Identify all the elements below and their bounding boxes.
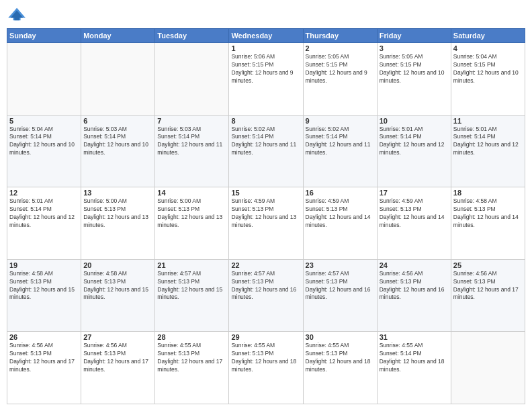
day-info: Sunrise: 4:55 AM Sunset: 5:13 PM Dayligh… [157,342,226,374]
day-info: Sunrise: 5:02 AM Sunset: 5:14 PM Dayligh… [231,126,300,158]
day-info: Sunrise: 5:00 AM Sunset: 5:13 PM Dayligh… [157,197,226,230]
calendar-cell [7,43,81,116]
day-info: Sunrise: 5:01 AM Sunset: 5:14 PM Dayligh… [9,197,79,230]
day-info: Sunrise: 5:04 AM Sunset: 5:15 PM Dayligh… [453,53,523,85]
calendar-cell: 26 Sunrise: 4:56 AM Sunset: 5:13 PM Dayl… [7,332,81,404]
calendar-cell: 18 Sunrise: 4:58 AM Sunset: 5:13 PM Dayl… [451,187,525,260]
calendar-cell: 19 Sunrise: 4:58 AM Sunset: 5:13 PM Dayl… [7,259,81,332]
day-number: 12 [9,189,79,197]
weekday-header-row: SundayMondayTuesdayWednesdayThursdayFrid… [7,29,525,43]
day-number: 11 [453,117,523,125]
day-info: Sunrise: 4:56 AM Sunset: 5:13 PM Dayligh… [83,342,152,374]
logo-icon [8,7,27,21]
day-number: 3 [380,44,449,52]
day-info: Sunrise: 4:56 AM Sunset: 5:13 PM Dayligh… [453,270,523,302]
calendar-table: SundayMondayTuesdayWednesdayThursdayFrid… [7,28,525,404]
day-number: 15 [231,189,300,197]
calendar-cell: 1 Sunrise: 5:06 AM Sunset: 5:15 PM Dayli… [229,43,303,116]
calendar-cell: 17 Sunrise: 4:59 AM Sunset: 5:13 PM Dayl… [377,187,451,260]
calendar-cell [451,332,525,404]
week-row-3: 12 Sunrise: 5:01 AM Sunset: 5:14 PM Dayl… [7,187,525,260]
day-number: 18 [453,189,523,197]
day-info: Sunrise: 5:01 AM Sunset: 5:14 PM Dayligh… [453,126,523,158]
calendar-cell [81,43,155,116]
calendar-cell: 30 Sunrise: 4:55 AM Sunset: 5:13 PM Dayl… [303,332,377,404]
calendar-cell: 5 Sunrise: 5:04 AM Sunset: 5:14 PM Dayli… [7,115,81,187]
calendar-cell: 3 Sunrise: 5:05 AM Sunset: 5:15 PM Dayli… [377,43,451,116]
calendar-cell: 28 Sunrise: 4:55 AM Sunset: 5:13 PM Dayl… [155,332,229,404]
calendar-cell: 24 Sunrise: 4:56 AM Sunset: 5:13 PM Dayl… [377,259,451,332]
calendar-cell [155,43,229,116]
calendar-cell: 20 Sunrise: 4:58 AM Sunset: 5:13 PM Dayl… [81,259,155,332]
header [7,7,525,24]
week-row-5: 26 Sunrise: 4:56 AM Sunset: 5:13 PM Dayl… [7,332,525,404]
calendar-cell: 27 Sunrise: 4:56 AM Sunset: 5:13 PM Dayl… [81,332,155,404]
day-info: Sunrise: 4:58 AM Sunset: 5:13 PM Dayligh… [83,270,152,302]
day-number: 17 [380,189,449,197]
calendar-cell: 12 Sunrise: 5:01 AM Sunset: 5:14 PM Dayl… [7,187,81,260]
day-number: 4 [453,44,523,52]
day-info: Sunrise: 4:55 AM Sunset: 5:13 PM Dayligh… [306,342,375,374]
day-number: 7 [157,117,226,125]
day-number: 24 [380,261,449,269]
day-number: 21 [157,261,226,269]
calendar-cell: 29 Sunrise: 4:55 AM Sunset: 5:13 PM Dayl… [229,332,303,404]
day-number: 8 [231,117,300,125]
calendar-cell: 8 Sunrise: 5:02 AM Sunset: 5:14 PM Dayli… [229,115,303,187]
weekday-header-monday: Monday [81,29,155,43]
calendar-cell: 22 Sunrise: 4:57 AM Sunset: 5:13 PM Dayl… [229,259,303,332]
weekday-header-sunday: Sunday [7,29,81,43]
day-number: 14 [157,189,226,197]
week-row-4: 19 Sunrise: 4:58 AM Sunset: 5:13 PM Dayl… [7,259,525,332]
day-info: Sunrise: 5:05 AM Sunset: 5:15 PM Dayligh… [306,53,375,85]
day-info: Sunrise: 4:55 AM Sunset: 5:14 PM Dayligh… [380,342,449,374]
calendar-cell: 6 Sunrise: 5:03 AM Sunset: 5:14 PM Dayli… [81,115,155,187]
week-row-2: 5 Sunrise: 5:04 AM Sunset: 5:14 PM Dayli… [7,115,525,187]
weekday-header-thursday: Thursday [303,29,377,43]
day-info: Sunrise: 5:06 AM Sunset: 5:15 PM Dayligh… [231,53,300,85]
logo [7,7,27,24]
day-info: Sunrise: 4:56 AM Sunset: 5:13 PM Dayligh… [380,270,449,302]
day-number: 27 [83,333,152,341]
day-number: 9 [306,117,375,125]
day-info: Sunrise: 5:03 AM Sunset: 5:14 PM Dayligh… [157,126,226,158]
day-number: 10 [380,117,449,125]
day-info: Sunrise: 5:02 AM Sunset: 5:14 PM Dayligh… [306,126,375,158]
day-number: 6 [83,117,152,125]
day-number: 28 [157,333,226,341]
page: SundayMondayTuesdayWednesdayThursdayFrid… [0,0,532,411]
day-number: 19 [9,261,79,269]
calendar-cell: 23 Sunrise: 4:57 AM Sunset: 5:13 PM Dayl… [303,259,377,332]
day-info: Sunrise: 5:04 AM Sunset: 5:14 PM Dayligh… [9,126,79,158]
day-number: 2 [306,44,375,52]
calendar-cell: 11 Sunrise: 5:01 AM Sunset: 5:14 PM Dayl… [451,115,525,187]
calendar-cell: 9 Sunrise: 5:02 AM Sunset: 5:14 PM Dayli… [303,115,377,187]
weekday-header-tuesday: Tuesday [155,29,229,43]
day-number: 25 [453,261,523,269]
day-number: 31 [380,333,449,341]
calendar-cell: 15 Sunrise: 4:59 AM Sunset: 5:13 PM Dayl… [229,187,303,260]
calendar-cell: 10 Sunrise: 5:01 AM Sunset: 5:14 PM Dayl… [377,115,451,187]
day-info: Sunrise: 4:58 AM Sunset: 5:13 PM Dayligh… [453,197,523,230]
day-info: Sunrise: 5:03 AM Sunset: 5:14 PM Dayligh… [83,126,152,158]
day-number: 30 [306,333,375,341]
day-number: 22 [231,261,300,269]
day-number: 1 [231,44,300,52]
day-info: Sunrise: 4:59 AM Sunset: 5:13 PM Dayligh… [380,197,449,230]
day-info: Sunrise: 4:59 AM Sunset: 5:13 PM Dayligh… [306,197,375,230]
calendar-cell: 14 Sunrise: 5:00 AM Sunset: 5:13 PM Dayl… [155,187,229,260]
day-info: Sunrise: 4:59 AM Sunset: 5:13 PM Dayligh… [231,197,300,230]
calendar-cell: 7 Sunrise: 5:03 AM Sunset: 5:14 PM Dayli… [155,115,229,187]
weekday-header-friday: Friday [377,29,451,43]
day-info: Sunrise: 5:05 AM Sunset: 5:15 PM Dayligh… [380,53,449,85]
calendar-cell: 25 Sunrise: 4:56 AM Sunset: 5:13 PM Dayl… [451,259,525,332]
calendar-cell: 2 Sunrise: 5:05 AM Sunset: 5:15 PM Dayli… [303,43,377,116]
weekday-header-wednesday: Wednesday [229,29,303,43]
day-info: Sunrise: 4:56 AM Sunset: 5:13 PM Dayligh… [9,342,79,374]
calendar-cell: 21 Sunrise: 4:57 AM Sunset: 5:13 PM Dayl… [155,259,229,332]
calendar-cell: 4 Sunrise: 5:04 AM Sunset: 5:15 PM Dayli… [451,43,525,116]
day-info: Sunrise: 5:01 AM Sunset: 5:14 PM Dayligh… [380,126,449,158]
day-number: 29 [231,333,300,341]
week-row-1: 1 Sunrise: 5:06 AM Sunset: 5:15 PM Dayli… [7,43,525,116]
day-info: Sunrise: 5:00 AM Sunset: 5:13 PM Dayligh… [83,197,152,230]
